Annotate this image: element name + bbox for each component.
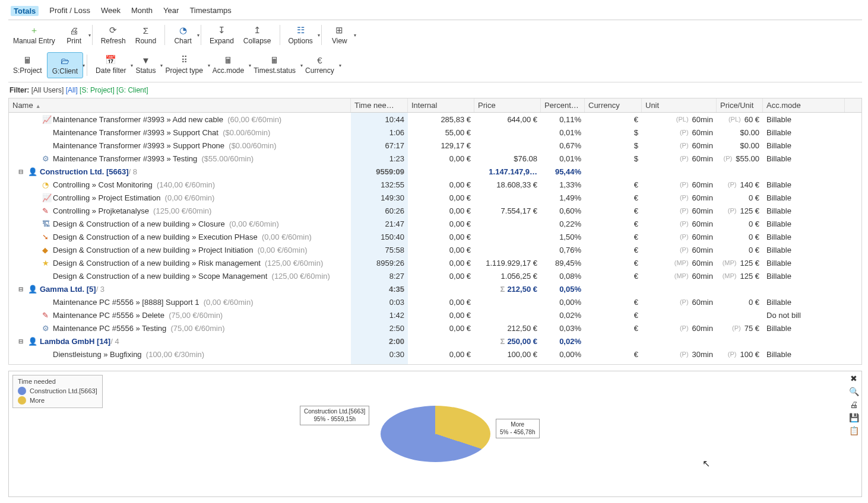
toolbar-label: Chart	[174, 37, 191, 45]
dropdown-icon: ▾	[354, 33, 356, 38]
collapse-icon: ↥	[254, 25, 261, 36]
table-row[interactable]: Maintenance Transformer #3993 » Support …	[9, 139, 861, 152]
cell-price: 212,50 €	[474, 321, 541, 335]
cell-time: 60:26	[351, 204, 408, 217]
timest-status-button[interactable]: 🖩Timest.status▾	[249, 52, 300, 78]
date-filter-icon: 📅	[105, 55, 116, 65]
table-row[interactable]: ⚙Maintenance PC #5556 » Testing (75,00 €…	[9, 321, 861, 335]
chart-callout-right: More5% - 456,78h	[496, 419, 540, 438]
filter-all[interactable]: [All]	[66, 86, 78, 94]
cell-time: 1:23	[351, 152, 408, 165]
col-percentage[interactable]: Percenta…	[541, 98, 585, 112]
col-unit[interactable]: Unit	[642, 98, 717, 112]
date-filter-button[interactable]: 📅Date filter▾	[91, 52, 131, 78]
table-row[interactable]: 🏗Design & Construction of a new building…	[9, 217, 861, 230]
g-client-button[interactable]: 🗁G:Client▾	[47, 52, 83, 78]
filter-users[interactable]: [All Users]	[31, 86, 64, 94]
table-row[interactable]: ✎Controlling » Projketanalyse (125,00 €/…	[9, 204, 861, 217]
collapse-icon[interactable]: ⊟	[18, 338, 27, 345]
cell-percentage: 0,67%	[541, 139, 585, 152]
table-row[interactable]: ✎Maintenance PC #5556 » Delete (75,00 €/…	[9, 308, 861, 321]
group-row[interactable]: ⊟👤Lambda GmbH [14] / 42:00Σ250,00 €0,02%	[9, 335, 861, 348]
col-price[interactable]: Price	[474, 98, 541, 112]
cell-unit: (P)60min	[642, 217, 717, 230]
collapse-button[interactable]: ↥Collapse	[239, 23, 276, 47]
dropdown-icon: ▾	[339, 63, 341, 68]
view-button[interactable]: ⊞View▾	[325, 23, 354, 47]
row-rate: (60,00 €/60min)	[227, 115, 281, 124]
group-row[interactable]: ⊟👤Construction Ltd. [5663] / 89559:091.1…	[9, 165, 861, 178]
toolbar-label: Manual Entry	[13, 37, 55, 45]
cell-internal: 0,00 €	[408, 308, 474, 321]
toolbar-label: Date filter	[96, 66, 126, 75]
table-row[interactable]: Dienstleistung » Kostenanalyse (100,00 €…	[9, 361, 861, 364]
menu-profit-loss[interactable]: Profit / Loss	[49, 6, 90, 16]
menu-totals[interactable]: Totals	[11, 6, 39, 16]
cell-percentage: 0,00%	[541, 361, 585, 364]
grid-body[interactable]: 📈Maintenance Transformer #3993 » Add new…	[9, 113, 861, 364]
cell-time: 67:17	[351, 139, 408, 152]
cell-internal: 0,00 €	[408, 348, 474, 361]
row-icon: ◔	[42, 180, 53, 189]
table-row[interactable]: ⚙Maintenance Transformer #3993 » Testing…	[9, 152, 861, 165]
project-type-button[interactable]: ⠿Project type▾	[160, 52, 207, 78]
toolbar-main: ＋Manual Entry🖨Print▾⟳RefreshΣRound◔Chart…	[8, 20, 862, 50]
table-row[interactable]: ➘Design & Construction of a new building…	[9, 230, 861, 243]
table-row[interactable]: Design & Construction of a new building …	[9, 269, 861, 282]
chart-area: Construction Ltd.[5663]95% - 9559,15h Mo…	[9, 371, 861, 496]
menu-week[interactable]: Week	[101, 6, 121, 16]
collapse-icon[interactable]: ⊟	[18, 168, 27, 175]
zoom-icon[interactable]: 🔍	[848, 387, 859, 396]
print-button[interactable]: 🖨Print▾	[60, 23, 88, 47]
row-icon: 🏗	[42, 219, 53, 228]
table-row[interactable]: Maintenance PC #5556 » [8888] Support 1 …	[9, 295, 861, 308]
table-row[interactable]: 📈Controlling » Project Estimation (0,00 …	[9, 191, 861, 204]
collapse-icon[interactable]: ⊟	[18, 286, 27, 292]
s-project-button[interactable]: 🖩S:Project▾	[8, 52, 47, 78]
table-row[interactable]: Dienstleistung » Bugfixing (100,00 €/30m…	[9, 348, 861, 361]
expand-button[interactable]: ↧Expand	[205, 23, 239, 47]
cell-percentage: 0,08%	[541, 269, 585, 282]
row-name: Design & Construction of a new building …	[53, 233, 258, 241]
col-time[interactable]: Time nee…	[351, 98, 408, 112]
group-name: Gamma Ltd. [5]	[40, 285, 96, 294]
pie-chart[interactable]	[381, 406, 490, 462]
table-row[interactable]: Maintenance Transformer #3993 » Support …	[9, 126, 861, 139]
cell-currency	[585, 165, 642, 178]
refresh-button[interactable]: ⟳Refresh	[96, 23, 131, 47]
acc-mode-button[interactable]: 🖩Acc.mode▾	[208, 52, 249, 78]
print-icon[interactable]: 🖨	[848, 400, 859, 409]
row-name: Maintenance PC #5556 » [8888] Support 1	[53, 298, 199, 307]
col-acc-mode[interactable]: Acc.mode	[763, 98, 845, 112]
project-type-icon: ⠿	[181, 55, 188, 65]
menu-timestamps[interactable]: Timestamps	[189, 6, 231, 16]
cell-price: $76.08	[474, 152, 541, 165]
col-currency[interactable]: Currency	[585, 98, 642, 112]
table-row[interactable]: ◆Design & Construction of a new building…	[9, 243, 861, 256]
cell-currency: €	[585, 230, 642, 243]
close-icon[interactable]: ✖	[848, 374, 859, 383]
menu-year[interactable]: Year	[163, 6, 179, 16]
row-icon: ⚙	[42, 154, 53, 163]
chart-button[interactable]: ◔Chart▾	[169, 23, 197, 47]
save-icon[interactable]: 💾	[848, 413, 859, 422]
round-button[interactable]: ΣRound	[131, 23, 161, 47]
table-row[interactable]: ◔Controlling » Cost Monitoring (140,00 €…	[9, 178, 861, 191]
grid-header[interactable]: Name▲ Time nee… Internal Price Percenta……	[9, 98, 861, 113]
table-row[interactable]: ★Design & Construction of a new building…	[9, 256, 861, 269]
options-button[interactable]: ☷Options▾	[284, 23, 318, 47]
table-row[interactable]: 📈Maintenance Transformer #3993 » Add new…	[9, 113, 861, 126]
filter-gclient[interactable]: [G: Client]	[116, 86, 148, 94]
filter-sproject[interactable]: [S: Project]	[80, 86, 115, 94]
status-button[interactable]: ▼Status▾	[131, 52, 160, 78]
col-price-unit[interactable]: Price/Unit	[717, 98, 763, 112]
acc-mode-icon: 🖩	[224, 55, 233, 65]
group-row[interactable]: ⊟👤Gamma Ltd. [5] / 34:35Σ212,50 €0,05%	[9, 282, 861, 295]
cell-currency: €	[585, 113, 642, 126]
currency-button[interactable]: €Currency▾	[300, 52, 339, 78]
manual-entry-button[interactable]: ＋Manual Entry	[8, 23, 60, 47]
copy-icon[interactable]: 📋	[848, 426, 859, 435]
col-internal[interactable]: Internal	[408, 98, 474, 112]
col-name[interactable]: Name▲	[9, 98, 351, 112]
menu-month[interactable]: Month	[131, 6, 153, 16]
